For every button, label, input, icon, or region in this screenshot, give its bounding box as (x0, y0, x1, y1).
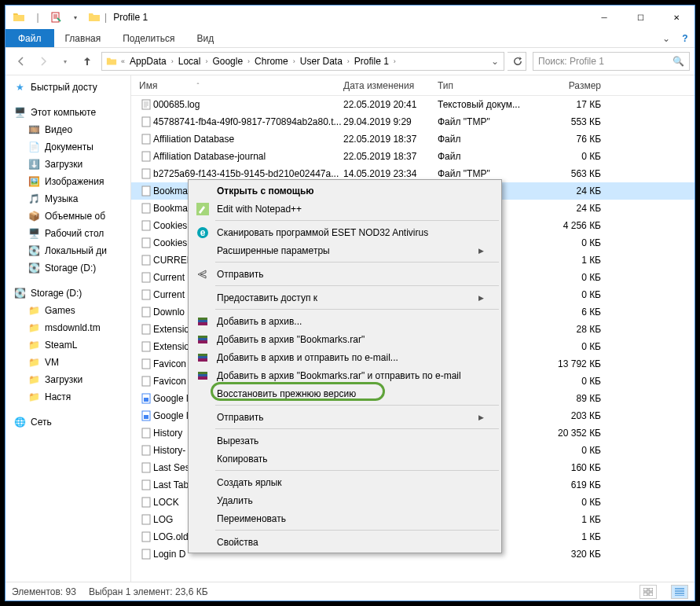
sidebar-pictures[interactable]: 🖼️Изображения (5, 173, 130, 190)
header-type[interactable]: Тип (438, 80, 540, 91)
sidebar-music[interactable]: 🎵Музыка (5, 190, 130, 208)
breadcrumb-item[interactable]: Chrome (251, 56, 291, 67)
file-icon (139, 393, 153, 404)
search-input[interactable]: Поиск: Profile 1 🔍 (533, 52, 690, 71)
sidebar-vm[interactable]: 📁VM (5, 354, 130, 371)
help-icon[interactable]: ? (676, 29, 695, 47)
close-button[interactable]: ✕ (658, 6, 695, 29)
file-row[interactable]: Affiliation Database-journal22.05.2019 1… (131, 148, 695, 165)
chevron-right-icon[interactable]: › (291, 57, 297, 65)
breadcrumb[interactable]: « AppData› Local› Google› Chrome› User D… (101, 52, 504, 71)
sidebar-videos[interactable]: 🎞️Видео (5, 121, 130, 138)
sidebar-msdownld[interactable]: 📁msdownld.tm (5, 319, 130, 336)
context-menu-item[interactable]: Свойства (190, 533, 500, 551)
tab-file[interactable]: Файл (5, 29, 54, 47)
context-menu-item[interactable]: Добавить в архив "Bookmarks.rar" (190, 330, 500, 348)
sidebar-documents[interactable]: 📄Документы (5, 138, 130, 156)
breadcrumb-dropdown-icon[interactable]: ⌄ (488, 56, 502, 67)
breadcrumb-item[interactable]: Google (209, 56, 246, 67)
context-menu-item[interactable]: Расширенные параметры▶ (190, 241, 500, 259)
sidebar-this-pc[interactable]: 🖥️Этот компьюте (5, 104, 130, 121)
svg-rect-40 (198, 354, 207, 356)
breadcrumb-item[interactable]: AppData (126, 56, 170, 67)
sidebar-desktop[interactable]: 🖥️Рабочий стол (5, 225, 130, 242)
view-thumbnails-button[interactable] (640, 585, 657, 599)
view-details-button[interactable] (671, 585, 688, 599)
context-menu-item[interactable]: Создать ярлык (190, 473, 500, 491)
qat-dropdown-icon[interactable]: ▾ (67, 9, 84, 26)
chevron-right-icon[interactable]: › (346, 57, 351, 65)
context-menu-item[interactable]: Добавить в архив "Bookmarks.rar" и отпра… (190, 366, 500, 384)
context-menu-item[interactable]: Отправить (190, 265, 500, 283)
file-size: 0 КБ (540, 272, 610, 283)
folder-icon: 📁 (27, 373, 40, 386)
menu-separator (215, 220, 499, 221)
header-name[interactable]: Имяˆ (139, 80, 343, 91)
svg-rect-46 (649, 588, 653, 591)
context-menu-item[interactable]: Добавить в архив и отправить по e-mail..… (190, 348, 500, 366)
sidebar-storage-d-root[interactable]: 💽Storage (D:) (5, 285, 130, 302)
file-size: 20 352 КБ (540, 428, 610, 439)
sidebar-steaml[interactable]: 📁SteamL (5, 336, 130, 354)
context-menu-item[interactable]: Восстановить прежнюю версию (190, 384, 500, 402)
chevron-right-icon[interactable]: › (246, 57, 251, 65)
context-menu-item[interactable]: Вырезать (190, 432, 500, 450)
maximize-button[interactable]: ☐ (622, 6, 658, 29)
context-menu-item[interactable]: Копировать (190, 450, 500, 468)
breadcrumb-lead-chevron[interactable]: « (119, 57, 126, 65)
menu-item-label: Сканировать программой ESET NOD32 Antivi… (212, 227, 484, 238)
sidebar-3dobjects[interactable]: 📦Объемные об (5, 208, 130, 225)
context-menu-item[interactable]: Отправить▶ (190, 408, 500, 426)
file-icon (139, 168, 153, 179)
header-date[interactable]: Дата изменения (343, 80, 438, 91)
sidebar-storage-d[interactable]: 💽Storage (D:) (5, 259, 130, 277)
menu-item-icon (193, 369, 212, 382)
menu-item-label: Удалить (212, 495, 484, 506)
sidebar-downloads2[interactable]: 📁Загрузки (5, 371, 130, 388)
chevron-right-icon[interactable]: › (170, 57, 175, 65)
svg-rect-15 (142, 342, 150, 351)
search-placeholder: Поиск: Profile 1 (538, 56, 604, 67)
nav-forward-button[interactable] (32, 51, 54, 72)
file-size: 619 КБ (540, 479, 610, 490)
svg-rect-16 (142, 359, 150, 369)
context-menu-item[interactable]: Удалить (190, 491, 500, 509)
folder-icon: 📁 (27, 304, 40, 317)
minimize-button[interactable]: ─ (586, 6, 622, 29)
context-menu-item[interactable]: Переименовать (190, 509, 500, 527)
ribbon-expand-icon[interactable]: ⌄ (657, 29, 676, 47)
chevron-right-icon[interactable]: › (392, 57, 398, 65)
nav-up-button[interactable] (76, 51, 98, 72)
nav-back-button[interactable] (10, 51, 32, 72)
svg-rect-12 (142, 290, 150, 299)
tab-view[interactable]: Вид (185, 29, 225, 47)
breadcrumb-item[interactable]: Profile 1 (351, 56, 392, 67)
sidebar-network[interactable]: 🌐Сеть (5, 413, 130, 431)
breadcrumb-item[interactable]: User Data (297, 56, 346, 67)
qat-properties-icon[interactable] (48, 9, 65, 26)
sidebar-games[interactable]: 📁Games (5, 302, 130, 319)
tab-home[interactable]: Главная (54, 29, 112, 47)
menu-separator (215, 470, 499, 471)
file-icon (139, 358, 153, 369)
sidebar-downloads[interactable]: ⬇️Загрузки (5, 156, 130, 173)
tab-share[interactable]: Поделиться (112, 29, 185, 47)
context-menu-item[interactable]: Добавить в архив... (190, 312, 500, 330)
header-size[interactable]: Размер (540, 80, 610, 91)
context-menu-item[interactable]: eСканировать программой ESET NOD32 Antiv… (190, 223, 500, 241)
refresh-button[interactable] (508, 52, 526, 71)
sidebar-quick-access[interactable]: ★Быстрый досту (5, 79, 130, 96)
nav-recent-dropdown[interactable]: ▾ (54, 51, 76, 72)
context-menu-item[interactable]: Edit with Notepad++ (190, 200, 500, 218)
file-row[interactable]: 45788741-fb4a-49f0-9817-770894ab2a80.t..… (131, 113, 695, 130)
file-row[interactable]: 000685.log22.05.2019 20:41Текстовый доку… (131, 96, 695, 113)
file-row[interactable]: Affiliation Database22.05.2019 18:37Файл… (131, 130, 695, 148)
context-menu-item[interactable]: Предоставить доступ к▶ (190, 288, 500, 307)
sidebar-nastya[interactable]: 📁Настя (5, 388, 130, 406)
menu-item-label: Добавить в архив и отправить по e-mail..… (212, 352, 484, 363)
chevron-right-icon[interactable]: › (203, 57, 209, 65)
menu-item-label: Открыть с помощью (212, 185, 484, 196)
sidebar-localdisk[interactable]: 💽Локальный ди (5, 242, 130, 259)
context-menu-item[interactable]: Открыть с помощью (190, 182, 500, 200)
breadcrumb-item[interactable]: Local (175, 56, 204, 67)
